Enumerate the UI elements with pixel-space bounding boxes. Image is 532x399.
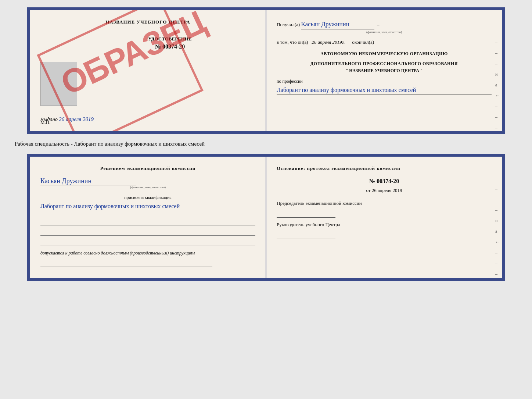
profession-value: Лаборант по анализу формовочных и шихтов… [277, 86, 492, 95]
org-line2: ДОПОЛНИТЕЛЬНОГО ПРОФЕССИОНАЛЬНОГО ОБРАЗО… [277, 61, 492, 67]
lower-document-card: Решением экзаменационной комиссии Касьян… [27, 154, 505, 281]
upper-document-card: НАЗВАНИЕ УЧЕБНОГО ЦЕНТРА ОБРАЗЕЦ УДОСТОВ… [27, 7, 505, 134]
received-line: Получил(а) Касьян Дружинин – (фамилия, и… [277, 19, 492, 35]
side-dashes-upper: – – – и а ← – – – [495, 40, 500, 131]
chairman-sig-line [277, 210, 335, 218]
lower-admission: допускается к работе согласно должностны… [40, 250, 255, 256]
cert-number: № 00374-20 [85, 43, 255, 50]
sig-line-1 [40, 217, 255, 225]
lower-right-panel: Основание: протокол экзаменационной коми… [266, 157, 502, 278]
received-label: Получил(а) [277, 22, 300, 27]
head-sig-line [277, 231, 335, 239]
lower-doc-number: № 00374-20 [277, 178, 492, 185]
issued-date: 26 апреля 2019 [59, 116, 94, 122]
admission-label: допускается к [40, 250, 67, 256]
name-subtext: (фамилия, имя, отчество) [277, 29, 492, 35]
completed-suffix: окончил(а) [352, 39, 374, 45]
completed-date: 26 апреля 2019г. [312, 39, 345, 45]
lower-name: Касьян Дружинин [40, 177, 136, 185]
lower-left-panel: Решением экзаменационной комиссии Касьян… [30, 157, 266, 278]
specialty-text: Рабочая специальность - Лаборант по анал… [7, 141, 205, 147]
cert-label: УДОСТОВЕРЕНИЕ [85, 36, 255, 42]
lower-name-note: (фамилия, имя, отчество) [40, 185, 255, 189]
received-name: Касьян Дружинин [301, 19, 374, 29]
sig-line-2 [40, 228, 255, 236]
upper-left-panel: НАЗВАНИЕ УЧЕБНОГО ЦЕНТРА ОБРАЗЕЦ УДОСТОВ… [30, 10, 266, 131]
org-line1: АВТОНОМНУЮ НЕКОММЕРЧЕСКУЮ ОРГАНИЗАЦИЮ [277, 51, 492, 57]
completed-prefix: в том, что он(а) [277, 39, 308, 45]
date-prefix: от [366, 188, 370, 193]
lower-name-block: Касьян Дружинин (фамилия, имя, отчество) [40, 177, 255, 189]
chairman-label: Председатель экзаменационной комиссии [277, 200, 492, 207]
admission-sig-line [40, 259, 212, 267]
basis-label: Основание: протокол экзаменационной коми… [277, 165, 492, 171]
completed-line: в том, что он(а) 26 апреля 2019г. окончи… [277, 39, 492, 46]
org-name: " НАЗВАНИЕ УЧЕБНОГО ЦЕНТРА " [277, 68, 492, 74]
sig-line-3 [40, 238, 255, 246]
lower-intro: Решением экзаменационной комиссии [40, 165, 255, 171]
upper-right-panel: Получил(а) Касьян Дружинин – (фамилия, и… [266, 10, 502, 131]
date-value: 26 апреля 2019 [372, 188, 402, 193]
lower-doc-date: от 26 апреля 2019 [277, 188, 492, 193]
cert-title: НАЗВАНИЕ УЧЕБНОГО ЦЕНТРА [40, 19, 255, 25]
qualification-value: Лаборант по анализу формовочных и шихтов… [40, 202, 255, 211]
qualification-label: присвоена квалификация [40, 195, 255, 200]
admission-value: работе согласно должностным (производств… [68, 250, 195, 256]
lower-signature-lines [40, 217, 255, 246]
cert-issued: Выдано 26 апреля 2019 [40, 116, 255, 122]
profession-label: по профессии [277, 79, 492, 84]
cert-body: УДОСТОВЕРЕНИЕ № 00374-20 [85, 36, 255, 50]
cert-photo-placeholder [40, 62, 77, 106]
mp-label: М.П. [40, 120, 50, 125]
side-dashes-lower: – – – и а ← – – – [495, 186, 500, 277]
head-label: Руководитель учебного Центра [277, 221, 492, 228]
